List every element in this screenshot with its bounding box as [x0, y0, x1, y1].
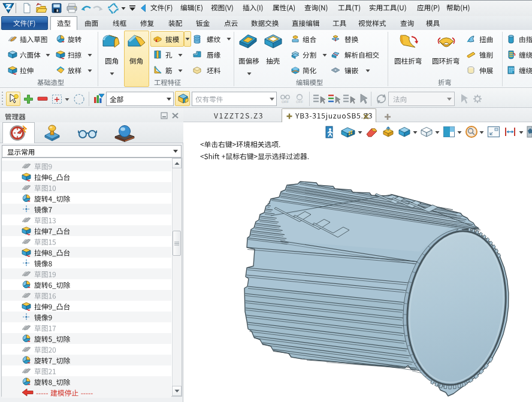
svg-text:OFF: OFF [282, 100, 289, 104]
svg-text:OFF: OFF [296, 100, 303, 104]
